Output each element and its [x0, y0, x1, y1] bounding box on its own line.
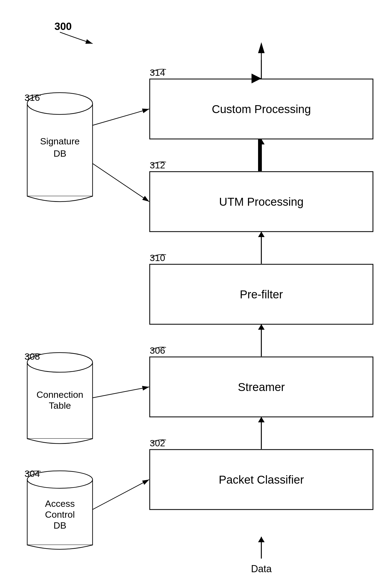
- ref-302: 302: [150, 438, 165, 448]
- signature-db-label-2: DB: [53, 148, 66, 159]
- svg-marker-17: [258, 537, 265, 542]
- signature-db-label-1: Signature: [40, 136, 80, 146]
- access-control-db-label-2: Control: [45, 509, 75, 520]
- ref-306: 306: [150, 345, 165, 356]
- packet-classifier-label: Packet Classifier: [219, 473, 304, 486]
- ref-316: 316: [24, 92, 40, 103]
- connection-table-label-1: Connection: [36, 389, 83, 400]
- svg-line-21: [93, 163, 149, 202]
- access-control-db-label-1: Access: [45, 498, 75, 509]
- svg-line-20: [93, 109, 149, 125]
- diagram-container: 300 Custom Processing UTM Processing Pre…: [0, 0, 392, 585]
- svg-marker-11: [258, 232, 265, 237]
- streamer-label: Streamer: [238, 381, 285, 393]
- svg-marker-15: [258, 417, 265, 422]
- svg-line-27: [93, 480, 149, 510]
- utm-processing-label: UTM Processing: [219, 195, 304, 208]
- svg-line-24: [93, 387, 149, 398]
- ref-308: 308: [24, 351, 40, 362]
- data-label: Data: [251, 563, 272, 574]
- pre-filter-label: Pre-filter: [240, 288, 283, 301]
- ref-312: 312: [150, 160, 165, 170]
- connection-table-label-2: Table: [49, 400, 71, 411]
- svg-marker-13: [258, 324, 265, 330]
- ref-304: 304: [24, 468, 40, 479]
- ref-300: 300: [54, 21, 72, 32]
- ref-314: 314: [150, 67, 165, 78]
- ref-310: 310: [150, 253, 165, 263]
- custom-processing-label: Custom Processing: [212, 103, 311, 116]
- access-control-db-label-3: DB: [53, 520, 66, 531]
- top-output-arrow: [258, 42, 265, 53]
